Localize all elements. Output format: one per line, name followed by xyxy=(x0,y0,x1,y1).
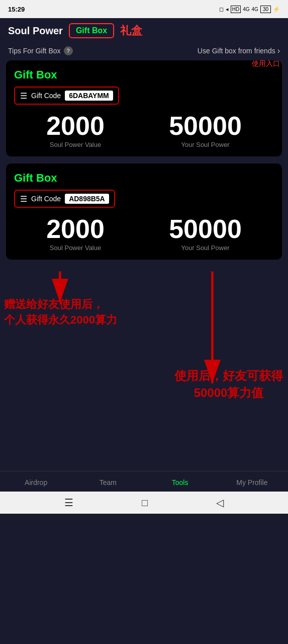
location-icon: ◂ xyxy=(226,6,229,13)
gift-code-row-1[interactable]: ☰ Gift Code 6DABAYMM xyxy=(14,87,119,105)
stats-row-1: 2000 Soul Power Value 50000 Your Soul Po… xyxy=(14,113,274,148)
nav-item-airdrop[interactable]: Airdrop xyxy=(16,478,56,487)
soul-power-label-2: Soul Power Value xyxy=(46,244,105,252)
soul-power-number-2: 2000 xyxy=(46,216,105,242)
use-from-friends-label: Use Gift box from friends xyxy=(198,47,275,55)
system-home-button[interactable]: □ xyxy=(142,497,148,509)
gift-code-value-2: AD898B5A xyxy=(65,194,109,204)
annotation-right-text: 使用后，好友可获得 50000算力值 xyxy=(174,367,283,401)
tips-left: Tips For Gift Box ? xyxy=(8,46,73,55)
tools-label: Tools xyxy=(172,478,188,487)
gift-box-label-cn: 礼盒 xyxy=(120,23,142,38)
app-title: Soul Power xyxy=(8,25,63,37)
your-soul-power-group-1: 50000 Your Soul Power xyxy=(169,113,242,148)
gift-code-value-1: 6DABAYMM xyxy=(65,91,113,101)
your-soul-power-group-2: 50000 Your Soul Power xyxy=(169,216,242,252)
annotation-left-text: 赠送给好友使用后， 个人获得永久2000算力 xyxy=(4,297,117,328)
hamburger-icon-2: ☰ xyxy=(20,194,27,204)
nav-item-team[interactable]: Team xyxy=(88,478,128,487)
soul-power-number-1: 2000 xyxy=(46,113,105,139)
tips-label: Tips For Gift Box xyxy=(8,47,61,55)
stats-row-2: 2000 Soul Power Value 50000 Your Soul Po… xyxy=(14,216,274,252)
gift-code-label-2: Gift Code xyxy=(31,195,61,203)
main-content: Soul Power Gift Box 礼盒 Tips For Gift Box… xyxy=(0,18,288,471)
your-soul-power-label-2: Your Soul Power xyxy=(169,244,242,252)
gift-card-2: Gift Box ☰ Gift Code AD898B5A 2000 Soul … xyxy=(6,164,282,260)
your-soul-power-number-1: 50000 xyxy=(169,113,242,139)
top-nav: Soul Power Gift Box 礼盒 xyxy=(0,18,288,43)
tips-bar: Tips For Gift Box ? Use Gift box from fr… xyxy=(0,43,288,60)
battery-icon: 30 xyxy=(260,6,271,13)
use-entrance-cn-label: 使用入口 xyxy=(252,59,280,67)
chevron-right-icon: › xyxy=(277,46,280,55)
annotation-area: 赠送给好友使用后， 个人获得永久2000算力 使用后，好友可获得 50000算力… xyxy=(0,267,288,448)
system-back-button[interactable]: ◁ xyxy=(216,497,224,509)
nav-item-my-profile[interactable]: My Profile xyxy=(232,478,272,487)
system-nav-bar: ☰ □ ◁ xyxy=(0,492,288,514)
bottom-nav: Airdrop Team Tools My Profile xyxy=(0,471,288,492)
gift-card-1: Gift Box ☰ Gift Code 6DABAYMM 2000 Soul … xyxy=(6,60,282,156)
team-label: Team xyxy=(100,478,117,487)
notification-icon: ◻ xyxy=(219,6,224,13)
status-icons: ◻ ◂ HD 4G 4G 30 ⚡ xyxy=(219,6,280,13)
tips-help-button[interactable]: ? xyxy=(64,46,73,55)
annotation-arrows xyxy=(0,267,288,448)
signal-4g-1: 4G xyxy=(243,7,249,12)
airdrop-label: Airdrop xyxy=(25,478,47,487)
gift-code-label-1: Gift Code xyxy=(31,92,61,100)
your-soul-power-label-1: Your Soul Power xyxy=(169,141,242,148)
nav-item-tools[interactable]: Tools xyxy=(160,478,200,487)
soul-power-value-group-1: 2000 Soul Power Value xyxy=(46,113,105,148)
system-menu-button[interactable]: ☰ xyxy=(64,497,73,509)
gift-box-tab[interactable]: Gift Box xyxy=(69,23,114,38)
hd-badge: HD xyxy=(231,6,241,13)
hamburger-icon-1: ☰ xyxy=(20,91,27,101)
charging-icon: ⚡ xyxy=(273,6,280,13)
gift-card-1-title: Gift Box xyxy=(14,68,274,82)
soul-power-value-group-2: 2000 Soul Power Value xyxy=(46,216,105,252)
your-soul-power-number-2: 50000 xyxy=(169,216,242,242)
use-from-friends-button[interactable]: Use Gift box from friends › 使用入口 xyxy=(198,46,280,55)
status-bar: 15:29 ◻ ◂ HD 4G 4G 30 ⚡ xyxy=(0,0,288,18)
signal-4g-2: 4G xyxy=(252,7,258,12)
gift-card-2-title: Gift Box xyxy=(14,172,274,185)
my-profile-label: My Profile xyxy=(236,478,267,487)
gift-code-row-2[interactable]: ☰ Gift Code AD898B5A xyxy=(14,190,115,208)
status-time: 15:29 xyxy=(8,6,25,13)
soul-power-label-1: Soul Power Value xyxy=(46,141,105,148)
